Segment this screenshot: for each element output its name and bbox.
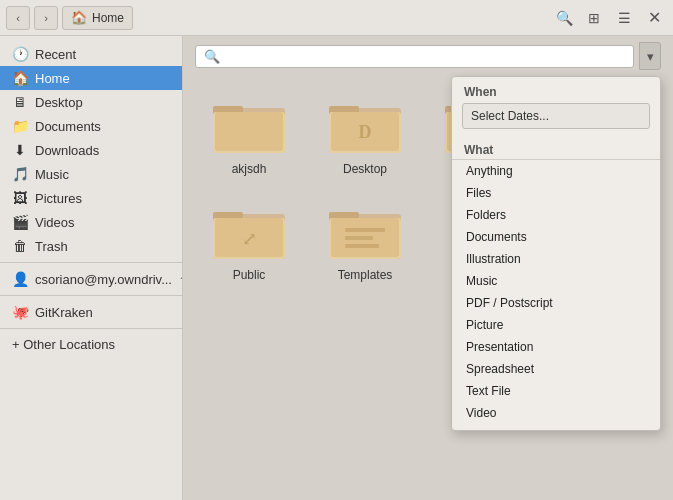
sidebar-label-recent: Recent	[35, 47, 76, 62]
what-item-documents[interactable]: Documents	[452, 226, 660, 248]
svg-rect-29	[345, 244, 379, 248]
what-item-anything[interactable]: Anything	[452, 160, 660, 182]
titlebar: ‹ › 🏠 Home 🔍 ⊞ ☰ ✕	[0, 0, 673, 36]
sidebar-label-home: Home	[35, 71, 70, 86]
sidebar-label-music: Music	[35, 167, 69, 182]
back-button[interactable]: ‹	[6, 6, 30, 30]
sidebar-item-cloud[interactable]: 👤 csoriano@my.owndriv... ↑	[0, 267, 182, 291]
pictures-icon: 🖼	[12, 190, 28, 206]
what-item-video[interactable]: Video	[452, 402, 660, 424]
recent-icon: 🕐	[12, 46, 28, 62]
sidebar-label-desktop: Desktop	[35, 95, 83, 110]
search-button[interactable]: 🔍	[551, 5, 577, 31]
sidebar-label-gitkraken: GitKraken	[35, 305, 93, 320]
other-locations-label: + Other Locations	[12, 337, 115, 352]
trash-icon: 🗑	[12, 238, 28, 254]
what-item-illustration[interactable]: Illustration	[452, 248, 660, 270]
svg-rect-3	[215, 112, 283, 151]
menu-button[interactable]: ☰	[611, 5, 637, 31]
desktop-icon: 🖥	[12, 94, 28, 110]
search-input-icon: 🔍	[204, 49, 220, 64]
documents-icon: 📁	[12, 118, 28, 134]
search-input[interactable]	[226, 49, 625, 64]
sidebar-item-gitkraken[interactable]: 🐙 GitKraken	[0, 300, 182, 324]
sidebar-label-downloads: Downloads	[35, 143, 99, 158]
what-item-files[interactable]: Files	[452, 182, 660, 204]
downloads-icon: ⬇	[12, 142, 28, 158]
what-title: What	[452, 137, 660, 159]
what-list: Anything Files Folders Documents Illustr…	[452, 159, 660, 424]
file-item-desktop[interactable]: D Desktop	[315, 92, 415, 182]
menu-icon: ☰	[618, 10, 631, 26]
grid-icon: ⊞	[588, 10, 600, 26]
sidebar-item-trash[interactable]: 🗑 Trash	[0, 234, 182, 258]
sidebar: 🕐 Recent 🏠 Home 🖥 Desktop 📁 Documents ⬇ …	[0, 36, 183, 500]
sidebar-label-cloud: csoriano@my.owndriv...	[35, 272, 172, 287]
sidebar-label-pictures: Pictures	[35, 191, 82, 206]
close-icon: ✕	[648, 8, 661, 27]
search-filter-panel: When Select Dates... What Anything Files…	[451, 76, 661, 431]
sidebar-item-videos[interactable]: 🎬 Videos	[0, 210, 182, 234]
sidebar-item-documents[interactable]: 📁 Documents	[0, 114, 182, 138]
content-area: 🔍 ▾ akjsdh	[183, 36, 673, 500]
select-dates-button[interactable]: Select Dates...	[462, 103, 650, 129]
dropdown-arrow-icon: ▾	[647, 49, 654, 64]
what-item-folders[interactable]: Folders	[452, 204, 660, 226]
cloud-user-icon: 👤	[12, 271, 28, 287]
forward-icon: ›	[44, 12, 48, 24]
file-label-desktop: Desktop	[343, 162, 387, 176]
when-title: When	[452, 77, 660, 103]
sidebar-label-documents: Documents	[35, 119, 101, 134]
what-item-picture[interactable]: Picture	[452, 314, 660, 336]
what-item-pdf[interactable]: PDF / Postscript	[452, 292, 660, 314]
svg-rect-27	[345, 228, 385, 232]
file-label-templates: Templates	[338, 268, 393, 282]
music-icon: 🎵	[12, 166, 28, 182]
sidebar-label-trash: Trash	[35, 239, 68, 254]
sidebar-item-music[interactable]: 🎵 Music	[0, 162, 182, 186]
back-icon: ‹	[16, 12, 20, 24]
search-dropdown-button[interactable]: ▾	[639, 42, 661, 70]
file-item-templates[interactable]: Templates	[315, 198, 415, 288]
search-bar: 🔍 ▾	[183, 36, 673, 76]
file-label-akjsdh: akjsdh	[232, 162, 267, 176]
folder-icon-akjsdh	[213, 98, 285, 156]
svg-text:D: D	[359, 122, 372, 142]
home-crumb-label: Home	[92, 11, 124, 25]
search-icon: 🔍	[556, 10, 573, 26]
grid-view-button[interactable]: ⊞	[581, 5, 607, 31]
svg-rect-28	[345, 236, 373, 240]
file-item-public[interactable]: ⤢ Public	[199, 198, 299, 288]
what-item-music[interactable]: Music	[452, 270, 660, 292]
close-button[interactable]: ✕	[641, 5, 667, 31]
sidebar-item-desktop[interactable]: 🖥 Desktop	[0, 90, 182, 114]
folder-icon-templates	[329, 204, 401, 262]
what-item-presentation[interactable]: Presentation	[452, 336, 660, 358]
file-label-public: Public	[233, 268, 266, 282]
sidebar-item-home[interactable]: 🏠 Home	[0, 66, 182, 90]
sidebar-divider-3	[0, 328, 182, 329]
home-icon: 🏠	[71, 10, 87, 25]
cloud-left: 👤 csoriano@my.owndriv...	[12, 271, 172, 287]
svg-text:⤢: ⤢	[242, 229, 257, 249]
home-crumb-button[interactable]: 🏠 Home	[62, 6, 133, 30]
search-input-wrap: 🔍	[195, 45, 634, 68]
file-item-akjsdh[interactable]: akjsdh	[199, 92, 299, 182]
main-area: 🕐 Recent 🏠 Home 🖥 Desktop 📁 Documents ⬇ …	[0, 36, 673, 500]
videos-icon: 🎬	[12, 214, 28, 230]
what-item-textfile[interactable]: Text File	[452, 380, 660, 402]
what-item-spreadsheet[interactable]: Spreadsheet	[452, 358, 660, 380]
sidebar-divider-2	[0, 295, 182, 296]
gitkraken-icon: 🐙	[12, 304, 28, 320]
folder-icon-desktop: D	[329, 98, 401, 156]
sidebar-item-downloads[interactable]: ⬇ Downloads	[0, 138, 182, 162]
home-sidebar-icon: 🏠	[12, 70, 28, 86]
sidebar-item-recent[interactable]: 🕐 Recent	[0, 42, 182, 66]
forward-button[interactable]: ›	[34, 6, 58, 30]
folder-icon-public: ⤢	[213, 204, 285, 262]
sidebar-item-pictures[interactable]: 🖼 Pictures	[0, 186, 182, 210]
sidebar-divider-1	[0, 262, 182, 263]
sidebar-item-other-locations[interactable]: + Other Locations	[0, 333, 182, 356]
sidebar-label-videos: Videos	[35, 215, 75, 230]
